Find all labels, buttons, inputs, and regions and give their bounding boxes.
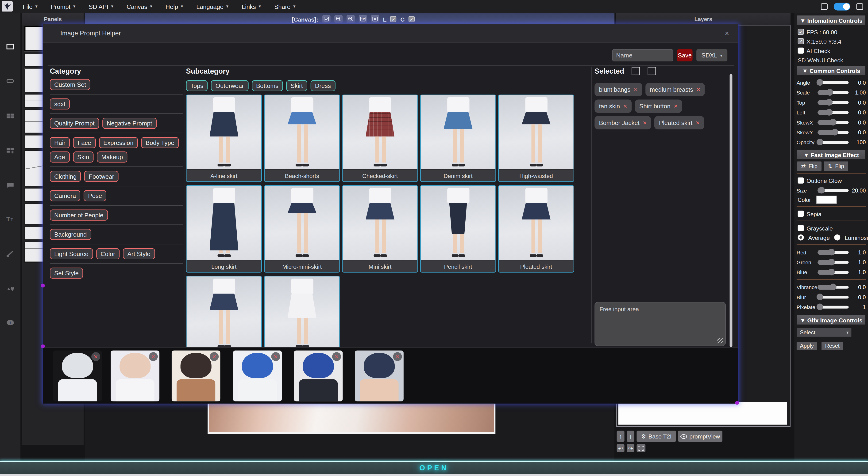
thumb-remove-icon[interactable]: ✕ [91, 352, 100, 361]
item-card-partial-12[interactable] [264, 276, 340, 347]
fit-view-button[interactable] [637, 444, 645, 452]
free-input-textarea[interactable] [594, 302, 726, 346]
category-camera-button[interactable]: Camera [50, 190, 80, 201]
menu-file[interactable]: File▾ [23, 3, 37, 10]
thumb-remove-icon[interactable]: ✕ [149, 352, 158, 361]
tag-remove-icon[interactable]: × [696, 119, 700, 127]
menu-share[interactable]: Share▾ [274, 3, 296, 10]
size-slider[interactable] [817, 189, 848, 192]
slider-knob[interactable] [817, 139, 824, 145]
resize-handle-dot[interactable] [41, 284, 45, 288]
tag-remove-icon[interactable]: × [634, 86, 638, 93]
thumb-remove-icon[interactable]: ✕ [210, 352, 219, 361]
category-pose-button[interactable]: Pose [84, 190, 106, 201]
zoom-out-icon[interactable] [346, 15, 355, 23]
category-age-button[interactable]: Age [50, 151, 69, 163]
category-clothing-button[interactable]: Clothing [50, 171, 81, 182]
info-tool-icon[interactable]: i [6, 318, 15, 327]
subcategory-tops-tab[interactable]: Tops [186, 80, 208, 91]
glfx-image-controls-header[interactable]: ▼ Glfx Image Controls [797, 315, 865, 325]
x-159-0-y-3-4-checkbox[interactable] [798, 38, 804, 44]
slider-knob[interactable] [826, 109, 832, 115]
undo-button[interactable]: ↶ [617, 444, 624, 452]
common-controls-header[interactable]: ▼ Common Controls [797, 66, 865, 75]
menu-canvas[interactable]: Canvas▾ [127, 3, 152, 10]
item-card-pleated-skirt[interactable]: Pleated skirt [498, 185, 574, 273]
item-card-high-waisted[interactable]: High-waisted [498, 95, 574, 182]
thumb-remove-icon[interactable]: ✕ [271, 352, 280, 361]
slider-knob[interactable] [830, 284, 836, 290]
skewy-slider[interactable] [817, 131, 848, 134]
text-tool-icon[interactable]: TT [6, 214, 15, 224]
flip-horizontal-button[interactable]: ⇄Flip [797, 161, 822, 171]
canvas-clear-icon[interactable] [371, 15, 379, 23]
window-icon-left[interactable] [821, 3, 828, 10]
tag-remove-icon[interactable]: × [674, 102, 678, 110]
menu-prompt[interactable]: Prompt▾ [51, 3, 75, 10]
zoom-in-icon[interactable] [334, 15, 343, 23]
selected-checkbox-2[interactable] [648, 67, 656, 75]
tag-remove-icon[interactable]: × [643, 119, 647, 127]
item-card-long-skirt[interactable]: Long skirt [186, 185, 262, 273]
tag-medium-breasts[interactable]: medium breasts× [645, 83, 705, 96]
fps-60-00-checkbox[interactable] [798, 29, 804, 35]
category-color-button[interactable]: Color [96, 248, 120, 259]
rounded-frame-tool-icon[interactable] [6, 76, 15, 86]
tag-tan-skin[interactable]: tan skin× [594, 99, 631, 113]
angle-slider[interactable] [817, 81, 848, 84]
textarea-resize-handle[interactable] [717, 338, 723, 343]
blur-slider[interactable] [817, 296, 848, 298]
model-select[interactable]: SDXL▾ [696, 49, 727, 61]
tag-remove-icon[interactable]: × [623, 102, 627, 110]
slider-knob[interactable] [817, 303, 824, 310]
category-light-source-button[interactable]: Light Source [50, 248, 93, 259]
thumb-remove-icon[interactable]: ✕ [393, 352, 402, 361]
category-face-button[interactable]: Face [73, 137, 96, 148]
category-sdxl-button[interactable]: sdxl [50, 99, 69, 109]
redo-button[interactable]: ↷ [627, 444, 634, 452]
slider-knob[interactable] [827, 89, 833, 96]
slider-knob[interactable] [818, 187, 825, 194]
item-card-a-line-skirt[interactable]: A-line skirt [186, 95, 262, 182]
panels-grid-tool-icon[interactable] [6, 111, 15, 121]
name-input[interactable] [612, 49, 673, 61]
reference-thumb-white-top-girl[interactable]: ✕ [111, 350, 159, 401]
layer-up-button[interactable]: ↑ [617, 431, 624, 442]
selected-checkbox-1[interactable] [632, 67, 640, 75]
glow-color-swatch[interactable] [816, 195, 837, 204]
category-footwear-button[interactable]: Footwear [84, 171, 119, 182]
category-hair-button[interactable]: Hair [50, 137, 70, 148]
category-number-of-people-button[interactable]: Number of People [50, 210, 108, 220]
apply-button[interactable]: Apply [797, 342, 817, 350]
resize-handle-dot[interactable] [41, 344, 45, 348]
slider-knob[interactable] [817, 294, 824, 300]
canvas-l-checkbox[interactable] [391, 16, 397, 22]
average-radio[interactable] [798, 235, 804, 241]
tag-blunt-bangs[interactable]: blunt bangs× [594, 83, 642, 96]
zoom-reset-1x-icon[interactable]: 1X [359, 15, 367, 23]
item-card-mini-skirt[interactable]: Mini skirt [342, 185, 418, 273]
red-slider[interactable] [817, 251, 848, 253]
top-slider[interactable] [817, 101, 848, 104]
glfx-select[interactable]: Select▾ [797, 328, 851, 337]
skewx-slider[interactable] [817, 121, 848, 124]
item-card-pencil-skirt[interactable]: Pencil skirt [420, 185, 496, 273]
prompt-view-button[interactable]: promptView [678, 431, 722, 442]
reset-button[interactable]: Reset [822, 342, 843, 350]
category-body-type-button[interactable]: Body Type [141, 137, 179, 148]
item-card-denim-skirt[interactable]: Denim skirt [420, 95, 496, 182]
category-expression-button[interactable]: Expression [99, 137, 138, 148]
slider-knob[interactable] [828, 259, 835, 265]
category-set-style-button[interactable]: Set Style [50, 268, 83, 279]
layer-down-button[interactable]: ↓ [627, 431, 634, 442]
scale-slider[interactable] [817, 91, 848, 94]
flip-vertical-button[interactable]: ⇅Flip [824, 161, 848, 171]
speech-bubble-tool-icon[interactable] [6, 180, 15, 190]
information-controls-header[interactable]: ▼ Infomation Controls [797, 15, 865, 25]
category-background-button[interactable]: Background [50, 229, 91, 240]
slider-knob[interactable] [831, 129, 838, 135]
thumb-remove-icon[interactable]: ✕ [332, 352, 341, 361]
modal-scrollbar[interactable] [730, 74, 733, 347]
category-makeup-button[interactable]: Makeup [97, 151, 127, 163]
subcategory-dress-tab[interactable]: Dress [311, 80, 335, 91]
